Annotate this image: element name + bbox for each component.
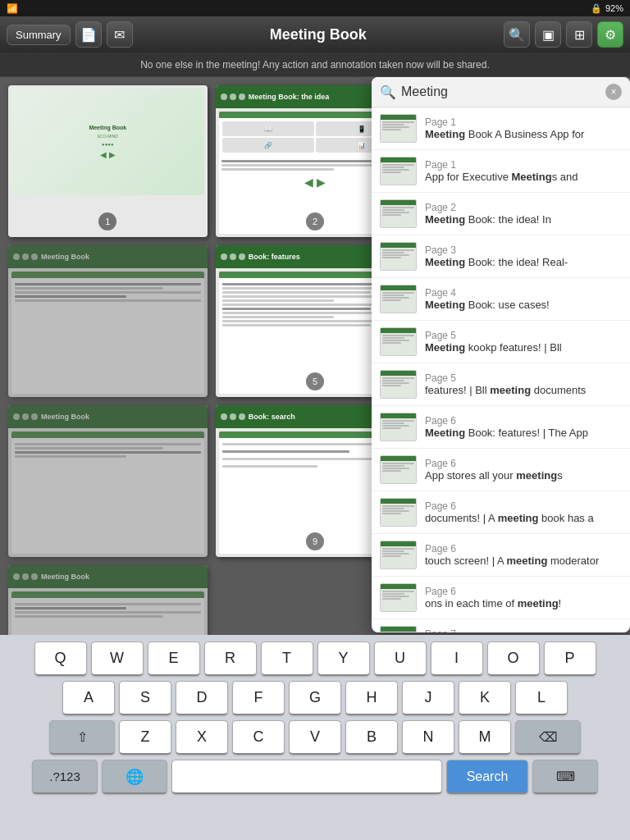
info-text: No one else in the meeting! Any action a…: [140, 59, 490, 71]
space-key[interactable]: [171, 760, 442, 794]
key-e[interactable]: E: [148, 641, 200, 676]
result-thumb: [380, 285, 417, 313]
result-snippet: Meeting Book A Business App for: [425, 128, 622, 140]
key-s[interactable]: S: [119, 681, 171, 715]
result-text: Page 3 Meeting Book: the idea! Real-: [425, 244, 622, 268]
nav-title: Meeting Book: [133, 26, 504, 43]
search-result-item[interactable]: Page 6 documents! | A meeting book has a: [372, 491, 630, 534]
key-m[interactable]: M: [459, 720, 511, 755]
search-result-item[interactable]: Page 4 Meeting Book: use cases!: [372, 278, 630, 321]
hide-keyboard-key[interactable]: ⌨: [532, 760, 598, 794]
key-j[interactable]: J: [402, 681, 454, 715]
result-thumb: [380, 583, 417, 612]
search-result-item[interactable]: Page 3 Meeting Book: the idea! Real-: [372, 235, 630, 278]
shift-key[interactable]: ⇧: [49, 720, 115, 755]
key-x[interactable]: X: [176, 720, 228, 755]
result-thumb: [380, 199, 417, 228]
key-c[interactable]: C: [232, 720, 285, 755]
key-k[interactable]: K: [459, 681, 511, 715]
search-result-item[interactable]: Page 6 touch screen! | A meeting moderat…: [372, 534, 630, 577]
result-text: Page 6 touch screen! | A meeting moderat…: [425, 543, 622, 567]
battery-text: 92%: [605, 3, 623, 13]
grid-icon-button[interactable]: ⊞: [566, 21, 592, 48]
keyboard-row-2: A S D F G H J K L: [2, 681, 628, 715]
key-d[interactable]: D: [176, 681, 228, 715]
status-right: 🔒 92%: [591, 3, 623, 14]
info-bar: No one else in the meeting! Any action a…: [0, 52, 630, 77]
result-page: Page 5: [425, 330, 622, 341]
search-icon-button[interactable]: 🔍: [504, 21, 530, 48]
layout-icon-button[interactable]: ▣: [535, 21, 561, 48]
keyboard-row-4: .?123 🌐 Search ⌨: [2, 760, 628, 794]
page-thumb-4[interactable]: Meeting Book: [8, 245, 208, 397]
search-result-item[interactable]: Page 5 features! | Bll meeting documents: [372, 363, 630, 406]
key-u[interactable]: U: [374, 641, 427, 676]
share-icon-button[interactable]: ⚙: [597, 21, 623, 48]
result-page: Page 1: [425, 159, 622, 171]
key-w[interactable]: W: [91, 641, 144, 676]
key-p[interactable]: P: [544, 641, 596, 676]
page-thumb-7[interactable]: Meeting Book: [8, 405, 208, 557]
search-button[interactable]: Search: [446, 760, 528, 794]
result-snippet: features! | Bll meeting documents: [425, 384, 622, 396]
result-page: Page 3: [425, 244, 622, 256]
search-result-item[interactable]: Page 7 Meeting kookp ocumentOs: [372, 619, 630, 632]
result-page: Page 2: [425, 202, 622, 213]
result-page: Page 6: [425, 415, 622, 427]
search-result-item[interactable]: Page 1 Meeting Book A Business App for: [372, 107, 630, 150]
status-bar: 📶 🔒 92%: [0, 0, 630, 16]
backspace-key[interactable]: ⌫: [515, 720, 581, 755]
result-page: Page 5: [425, 372, 622, 384]
key-o[interactable]: O: [487, 641, 540, 676]
search-result-item[interactable]: Page 6 App stores all your meetings: [372, 449, 630, 491]
nav-right: 🔍 ▣ ⊞ ⚙: [504, 21, 623, 48]
summary-button[interactable]: Summary: [7, 25, 71, 45]
search-result-item[interactable]: Page 6 ons in each time of meeting!: [372, 577, 630, 619]
keyboard-row-1: Q W E R T Y U I O P: [2, 641, 628, 676]
search-result-item[interactable]: Page 5 Meeting kookp features! | Bll: [372, 321, 630, 363]
page-thumb-11[interactable]: Meeting Book: [8, 565, 208, 635]
mail-icon-button[interactable]: ✉: [107, 21, 133, 48]
key-n[interactable]: N: [402, 720, 454, 755]
numbers-key[interactable]: .?123: [32, 760, 98, 794]
result-thumb: [380, 626, 417, 632]
key-f[interactable]: F: [232, 681, 285, 715]
key-a[interactable]: A: [62, 681, 115, 715]
key-v[interactable]: V: [289, 720, 341, 755]
globe-key[interactable]: 🌐: [102, 760, 167, 794]
result-page: Page 6: [425, 543, 622, 555]
result-text: Page 2 Meeting Book: the idea! In: [425, 202, 622, 226]
key-h[interactable]: H: [345, 681, 398, 715]
page-number-5: 5: [306, 372, 324, 390]
key-z[interactable]: Z: [119, 720, 171, 755]
result-text: Page 1 App for Executive Meetings and: [425, 159, 622, 183]
keyboard: Q W E R T Y U I O P A S D F G H J K L ⇧ …: [0, 635, 630, 840]
key-i[interactable]: I: [431, 641, 483, 676]
key-b[interactable]: B: [345, 720, 398, 755]
result-page: Page 6: [425, 500, 622, 512]
result-thumb: [380, 327, 417, 356]
keyboard-row-3: ⇧ Z X C V B N M ⌫: [2, 720, 628, 755]
search-result-item[interactable]: Page 2 Meeting Book: the idea! In: [372, 193, 630, 235]
wifi-icon: 📶: [7, 3, 18, 14]
result-text: Page 1 Meeting Book A Business App for: [425, 116, 622, 140]
key-y[interactable]: Y: [317, 641, 370, 676]
result-thumb: [380, 157, 417, 185]
key-r[interactable]: R: [204, 641, 257, 676]
key-g[interactable]: G: [289, 681, 341, 715]
page-thumb-1[interactable]: Meeting Book ECO-MIND ●●●● ◀ ▶ 1: [8, 85, 208, 237]
result-snippet: App stores all your meetings: [425, 469, 622, 482]
search-results: Page 1 Meeting Book A Business App for P…: [372, 107, 630, 632]
mail-icon: ✉: [114, 27, 125, 43]
key-l[interactable]: L: [515, 681, 568, 715]
grid-icon: ⊞: [574, 27, 585, 43]
key-t[interactable]: T: [261, 641, 313, 676]
search-result-item[interactable]: Page 6 Meeting Book: features! | The App: [372, 406, 630, 449]
search-input[interactable]: [401, 84, 600, 99]
search-clear-button[interactable]: ×: [605, 84, 622, 100]
search-result-item[interactable]: Page 1 App for Executive Meetings and: [372, 150, 630, 193]
key-q[interactable]: Q: [34, 641, 87, 676]
document-icon-button[interactable]: 📄: [75, 21, 102, 48]
result-thumb: [380, 413, 417, 441]
page-number-2: 2: [306, 212, 324, 231]
